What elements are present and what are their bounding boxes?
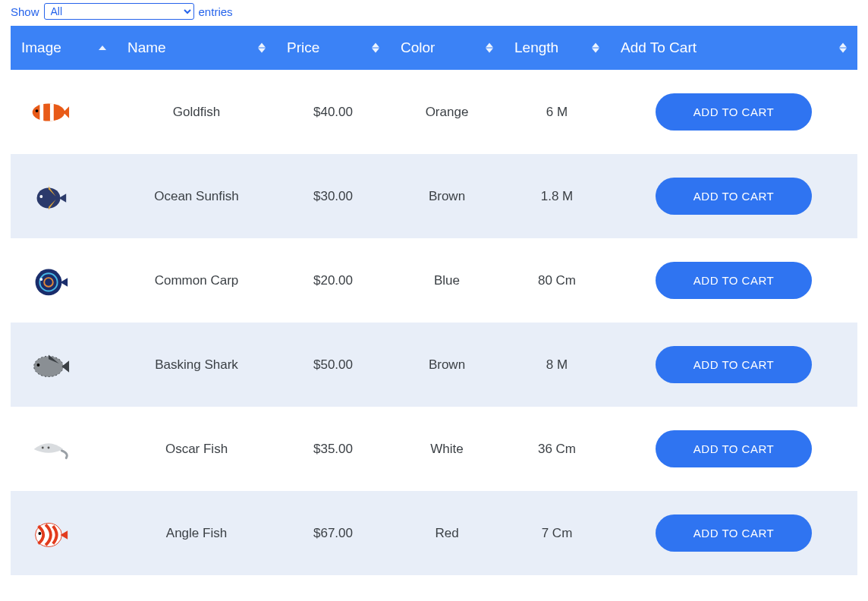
- cell-length: 80 Cm: [504, 238, 610, 323]
- cell-image: [11, 70, 117, 154]
- col-image[interactable]: Image: [11, 26, 117, 70]
- table-row: Basking Shark $50.00 Brown 8 M ADD TO CA…: [11, 323, 857, 407]
- cell-action: ADD TO CART: [610, 154, 857, 238]
- cell-color: Blue: [390, 238, 504, 323]
- sort-icon: [486, 43, 493, 53]
- product-thumb-icon: [26, 426, 71, 472]
- cell-image: [11, 323, 117, 407]
- add-to-cart-button[interactable]: ADD TO CART: [656, 178, 812, 215]
- cell-price: $67.00: [276, 491, 390, 575]
- cell-color: Brown: [390, 323, 504, 407]
- cell-price: $20.00: [276, 238, 390, 323]
- sort-icon: [592, 43, 599, 53]
- cell-name: Oscar Fish: [117, 407, 276, 491]
- cell-action: ADD TO CART: [610, 491, 857, 575]
- products-table: Image Name Price Color Length Add To Car…: [11, 26, 857, 575]
- cell-price: $35.00: [276, 407, 390, 491]
- add-to-cart-button[interactable]: ADD TO CART: [656, 346, 812, 383]
- cell-name: Common Carp: [117, 238, 276, 323]
- table-row: Goldfish $40.00 Orange 6 M ADD TO CART: [11, 70, 857, 154]
- cell-length: 36 Cm: [504, 407, 610, 491]
- product-thumb-icon: [26, 342, 71, 388]
- cell-price: $30.00: [276, 154, 390, 238]
- cell-image: [11, 407, 117, 491]
- cell-action: ADD TO CART: [610, 407, 857, 491]
- cell-image: [11, 491, 117, 575]
- cell-name: Angle Fish: [117, 491, 276, 575]
- product-thumb-icon: [26, 258, 71, 304]
- sort-icon: [258, 43, 266, 53]
- col-name[interactable]: Name: [117, 26, 276, 70]
- cell-length: 6 M: [504, 70, 610, 154]
- table-row: Common Carp $20.00 Blue 80 Cm ADD TO CAR…: [11, 238, 857, 323]
- cell-color: Red: [390, 491, 504, 575]
- cell-name: Ocean Sunfish: [117, 154, 276, 238]
- add-to-cart-button[interactable]: ADD TO CART: [656, 262, 812, 299]
- cell-action: ADD TO CART: [610, 70, 857, 154]
- col-action[interactable]: Add To Cart: [610, 26, 857, 70]
- cell-price: $50.00: [276, 323, 390, 407]
- table-row: Oscar Fish $35.00 White 36 Cm ADD TO CAR…: [11, 407, 857, 491]
- cell-image: [11, 238, 117, 323]
- cell-color: White: [390, 407, 504, 491]
- col-length[interactable]: Length: [504, 26, 610, 70]
- entries-label: entries: [199, 5, 233, 18]
- cell-action: ADD TO CART: [610, 238, 857, 323]
- cell-action: ADD TO CART: [610, 323, 857, 407]
- cell-image: [11, 154, 117, 238]
- sort-icon: [372, 43, 379, 53]
- table-header-row: Image Name Price Color Length Add To Car…: [11, 26, 857, 70]
- show-label: Show: [11, 5, 39, 18]
- col-price[interactable]: Price: [276, 26, 390, 70]
- product-thumb-icon: [26, 511, 71, 556]
- table-row: Ocean Sunfish $30.00 Brown 1.8 M ADD TO …: [11, 154, 857, 238]
- cell-color: Brown: [390, 154, 504, 238]
- product-thumb-icon: [26, 174, 71, 219]
- sort-asc-icon: [99, 46, 106, 50]
- cell-name: Goldfish: [117, 70, 276, 154]
- length-menu: Show All entries: [11, 0, 857, 26]
- col-color[interactable]: Color: [390, 26, 504, 70]
- add-to-cart-button[interactable]: ADD TO CART: [656, 514, 812, 552]
- cell-length: 1.8 M: [504, 154, 610, 238]
- add-to-cart-button[interactable]: ADD TO CART: [656, 93, 812, 131]
- table-row: Angle Fish $67.00 Red 7 Cm ADD TO CART: [11, 491, 857, 575]
- cell-name: Basking Shark: [117, 323, 276, 407]
- add-to-cart-button[interactable]: ADD TO CART: [656, 430, 812, 467]
- cell-color: Orange: [390, 70, 504, 154]
- cell-length: 8 M: [504, 323, 610, 407]
- entries-select[interactable]: All: [44, 3, 194, 20]
- cell-length: 7 Cm: [504, 491, 610, 575]
- sort-icon: [839, 43, 847, 53]
- product-thumb-icon: [26, 90, 71, 135]
- cell-price: $40.00: [276, 70, 390, 154]
